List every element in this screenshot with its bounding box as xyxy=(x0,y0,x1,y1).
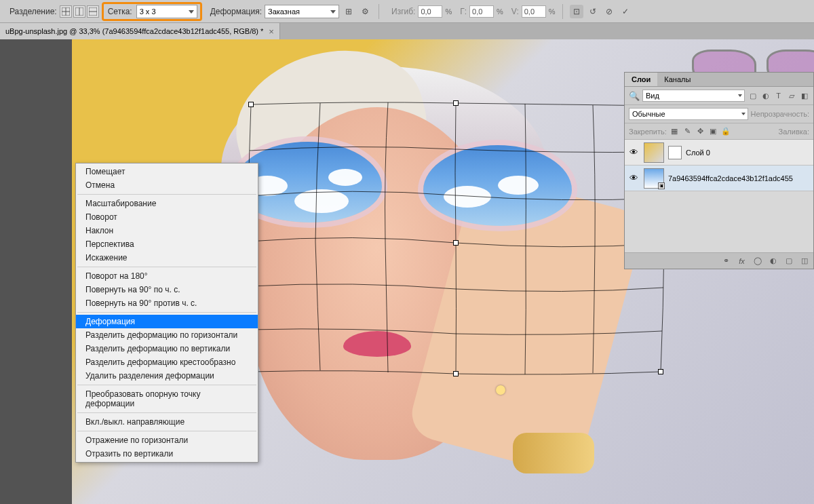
menu-item[interactable]: Повернуть на 90° против ч. с. xyxy=(76,296,258,310)
split-label: Разделение: xyxy=(9,7,57,16)
sunglasses-overlay xyxy=(228,136,594,231)
menu-item[interactable]: Отразить по вертикали xyxy=(76,447,258,461)
menu-item[interactable]: Поворот на 180° xyxy=(76,269,258,283)
layer-name[interactable]: Слой 0 xyxy=(686,149,811,157)
menu-item[interactable]: Помещает xyxy=(76,165,258,178)
opacity-label: Непрозрачность: xyxy=(751,110,809,118)
lock-position-icon[interactable]: ✥ xyxy=(695,126,705,136)
adjustment-icon[interactable]: ◐ xyxy=(768,256,778,266)
context-menu: ПомещаетОтменаМасштабированиеПоворотНакл… xyxy=(75,163,258,463)
split-cross-icon[interactable] xyxy=(60,5,72,18)
tab-channels[interactable]: Каналы xyxy=(657,73,697,86)
menu-item[interactable]: Разделить деформацию по вертикали xyxy=(76,342,258,355)
grid-label: Сетка: xyxy=(108,7,132,16)
blend-mode-dropdown[interactable]: Обычные xyxy=(629,108,748,120)
h-label: Г: xyxy=(460,7,467,16)
lock-pixels-icon[interactable]: ▦ xyxy=(670,126,680,136)
layer-filter-kind[interactable]: Вид xyxy=(642,90,745,102)
menu-item[interactable]: Разделить деформацию по горизонтали xyxy=(76,328,258,342)
fill-label: Заливка: xyxy=(779,128,809,136)
tab-layers[interactable]: Слои xyxy=(625,73,657,86)
menu-item[interactable]: Отмена xyxy=(76,178,258,192)
lock-brush-icon[interactable]: ✎ xyxy=(682,126,693,136)
lock-label: Закрепить: xyxy=(629,128,667,136)
layer-row[interactable]: 👁 ▣ 7a9463594ffca2cdace43b12f1adc455 xyxy=(625,166,813,191)
menu-item[interactable]: Наклон xyxy=(76,224,258,237)
menu-item[interactable]: Разделить деформацию крестообразно xyxy=(76,355,258,369)
close-tab-icon[interactable]: × xyxy=(269,26,274,37)
grid-dropdown[interactable]: 3 x 3 xyxy=(136,5,197,18)
warp-handle[interactable] xyxy=(248,102,254,107)
lock-all-icon[interactable]: 🔒 xyxy=(721,126,731,136)
warp-handle[interactable] xyxy=(453,240,459,246)
warp-dropdown[interactable]: Заказная xyxy=(265,5,339,18)
menu-item[interactable]: Масштабирование xyxy=(76,197,258,210)
v-label: V: xyxy=(511,7,519,16)
lock-artboard-icon[interactable]: ▣ xyxy=(708,126,718,136)
warp-handle[interactable] xyxy=(658,369,663,374)
warp-label: Деформация: xyxy=(210,7,262,16)
visibility-icon[interactable]: 👁 xyxy=(627,173,640,183)
menu-item[interactable]: Повернуть на 90° по ч. с. xyxy=(76,283,258,296)
menu-item[interactable]: Деформация xyxy=(76,315,258,328)
menu-item[interactable]: Поворот xyxy=(76,210,258,224)
visibility-icon[interactable]: 👁 xyxy=(627,147,640,157)
menu-item[interactable]: Отражение по горизонтали xyxy=(76,433,258,447)
gear-icon[interactable]: ⚙ xyxy=(358,5,372,18)
mask-icon[interactable]: ◯ xyxy=(752,256,762,266)
split-vert-icon[interactable] xyxy=(73,5,85,18)
warp-handle[interactable] xyxy=(453,371,459,376)
menu-item[interactable]: Перспектива xyxy=(76,237,258,251)
split-horiz-icon[interactable] xyxy=(87,5,99,18)
cancel-icon[interactable]: ⊘ xyxy=(602,5,616,18)
menu-item[interactable]: Преобразовать опорную точку деформации xyxy=(76,387,258,410)
warp-orientation-icon[interactable]: ⊞ xyxy=(342,5,355,18)
bend-label: Изгиб: xyxy=(391,7,415,16)
document-tab-bar: uBpg-unsplash.jpg @ 33,3% (7a9463594ffca… xyxy=(0,23,814,39)
layer-thumbnail[interactable] xyxy=(644,142,664,163)
layer-mask-thumbnail[interactable] xyxy=(668,146,682,159)
filter-type-icon[interactable]: T xyxy=(773,91,783,101)
v-input[interactable] xyxy=(522,5,546,18)
fx-icon[interactable]: fx xyxy=(737,256,747,266)
warp-mode-icon[interactable]: ⊡ xyxy=(570,5,583,18)
layer-row[interactable]: 👁 Слой 0 xyxy=(625,140,813,166)
commit-icon[interactable]: ✓ xyxy=(619,5,632,18)
menu-item[interactable]: Вкл./выкл. направляющие xyxy=(76,415,258,429)
filter-smart-icon[interactable]: ◧ xyxy=(799,91,809,101)
warp-handle[interactable] xyxy=(453,100,459,106)
group-icon[interactable]: ▢ xyxy=(783,256,794,266)
filter-adjust-icon[interactable]: ◐ xyxy=(760,91,771,101)
link-layers-icon[interactable]: ⚭ xyxy=(721,256,731,266)
options-bar: Разделение: Сетка: 3 x 3 Деформация: Зак… xyxy=(0,0,814,23)
menu-item[interactable]: Удалить разделения деформации xyxy=(76,369,258,383)
layers-panel: Слои Каналы 🔍 Вид ▢ ◐ T ▱ ◧ Обычные Непр… xyxy=(624,72,814,269)
grid-highlight: Сетка: 3 x 3 xyxy=(102,2,202,21)
layer-thumbnail[interactable]: ▣ xyxy=(644,168,664,189)
new-layer-icon[interactable]: ◫ xyxy=(799,256,809,266)
bend-input[interactable] xyxy=(418,5,442,18)
menu-item[interactable]: Искажение xyxy=(76,251,258,265)
layer-name[interactable]: 7a9463594ffca2cdace43b12f1adc455 xyxy=(668,174,811,182)
search-icon[interactable]: 🔍 xyxy=(629,91,640,101)
document-tab[interactable]: uBpg-unsplash.jpg @ 33,3% (7a9463594ffca… xyxy=(0,23,280,39)
h-input[interactable] xyxy=(469,5,494,18)
reset-icon[interactable]: ↺ xyxy=(586,5,600,18)
document-title: uBpg-unsplash.jpg @ 33,3% (7a9463594ffca… xyxy=(5,27,263,35)
filter-shape-icon[interactable]: ▱ xyxy=(786,91,796,101)
filter-pixel-icon[interactable]: ▢ xyxy=(748,91,758,101)
